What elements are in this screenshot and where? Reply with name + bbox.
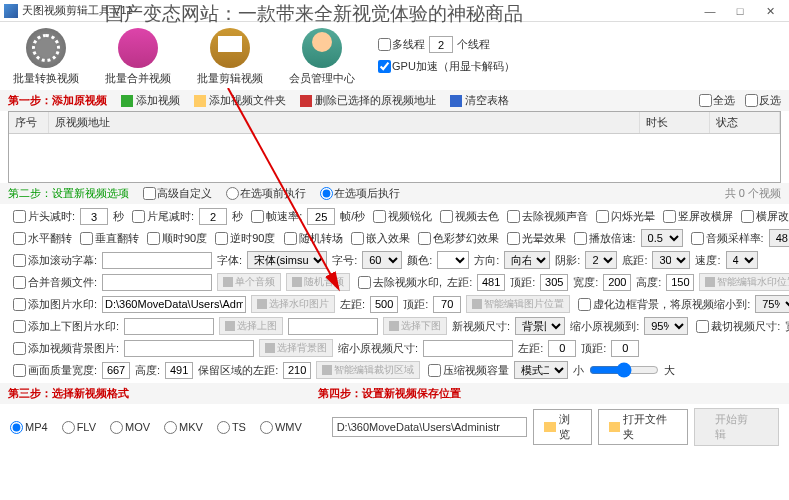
head-trim-input[interactable] xyxy=(80,208,108,225)
wm-top-input[interactable] xyxy=(540,274,568,291)
smart-wm-button[interactable]: 智能编辑水印位置 xyxy=(699,273,789,291)
browse-button[interactable]: 浏览 xyxy=(533,409,591,445)
q-width-input[interactable] xyxy=(102,362,130,379)
fmt-mov[interactable]: MOV xyxy=(110,421,150,434)
wm2-left-input[interactable] xyxy=(370,296,398,313)
compress-checkbox[interactable]: 压缩视频容量 xyxy=(425,363,509,378)
merge-audio-checkbox[interactable]: 合并音频文件: xyxy=(10,275,97,290)
hflip-checkbox[interactable]: 水平翻转 xyxy=(10,231,72,246)
fps-checkbox[interactable]: 帧速率: xyxy=(248,209,302,224)
select-top-button[interactable]: 选择上图 xyxy=(219,317,283,335)
remove-wm-checkbox[interactable]: 去除视频水印, xyxy=(355,275,442,290)
ratio-slider[interactable] xyxy=(589,366,659,374)
wm-width-input[interactable] xyxy=(603,274,631,291)
scroll-sub-checkbox[interactable]: 添加滚动字幕: xyxy=(10,253,97,268)
tail-trim-input[interactable] xyxy=(199,208,227,225)
start-button[interactable]: 开始剪辑 xyxy=(694,408,779,446)
random-audio-button[interactable]: 随机音频 xyxy=(286,273,350,291)
head-trim-checkbox[interactable]: 片头减时: xyxy=(10,209,75,224)
add-wm-checkbox[interactable]: 添加图片水印: xyxy=(10,297,97,312)
rotn90-checkbox[interactable]: 逆时90度 xyxy=(212,231,275,246)
add-img-tb-checkbox[interactable]: 添加上下图片水印: xyxy=(10,319,119,334)
wm2-top-input[interactable] xyxy=(433,296,461,313)
add-video-link[interactable]: 添加视频 xyxy=(121,93,180,108)
vflip-checkbox[interactable]: 垂直翻转 xyxy=(77,231,139,246)
smart-edit-wm-button[interactable]: 智能编辑图片位置 xyxy=(466,295,570,313)
keep-margin-input[interactable] xyxy=(283,362,311,379)
q-height-input[interactable] xyxy=(165,362,193,379)
select-bg-button[interactable]: 选择背景图 xyxy=(259,339,333,357)
bottom-select[interactable]: 30 xyxy=(652,251,690,269)
fps-input[interactable] xyxy=(307,208,335,225)
advanced-checkbox[interactable]: 高级自定义 xyxy=(143,186,212,201)
bg-path-input[interactable] xyxy=(124,340,254,357)
decolor-checkbox[interactable]: 视频去色 xyxy=(437,209,499,224)
flash-checkbox[interactable]: 闪烁光晕 xyxy=(593,209,655,224)
sample-checkbox[interactable]: 音频采样率: xyxy=(688,231,764,246)
fontsize-select[interactable]: 60 xyxy=(362,251,402,269)
wm-height-input[interactable] xyxy=(666,274,694,291)
edit-video-button[interactable]: 批量剪辑视频 xyxy=(194,28,266,86)
minimize-button[interactable]: — xyxy=(695,1,725,21)
fmt-wmv[interactable]: WMV xyxy=(260,421,302,434)
thread-count-input[interactable] xyxy=(429,36,453,53)
member-center-button[interactable]: 会员管理中心 xyxy=(286,28,358,86)
multithread-checkbox[interactable]: 多线程 xyxy=(378,37,425,52)
speed-checkbox[interactable]: 播放倍速: xyxy=(571,231,636,246)
fmt-mp4[interactable]: MP4 xyxy=(10,421,48,434)
exec-after-radio[interactable]: 在选项后执行 xyxy=(320,186,400,201)
select-all-checkbox[interactable]: 全选 xyxy=(699,93,735,108)
merge-video-button[interactable]: 批量合并视频 xyxy=(102,28,174,86)
open-folder-button[interactable]: 打开文件夹 xyxy=(598,409,688,445)
gpu-checkbox[interactable]: GPU加速（用显卡解码） xyxy=(378,59,515,74)
smart-crop-button[interactable]: 智能编辑裁切区域 xyxy=(316,361,420,379)
single-audio-button[interactable]: 单个音频 xyxy=(217,273,281,291)
subtitle-input[interactable] xyxy=(102,252,212,269)
speed-select[interactable]: 0.5 xyxy=(641,229,683,247)
halo-checkbox[interactable]: 光晕效果 xyxy=(504,231,566,246)
clear-table-link[interactable]: 清空表格 xyxy=(450,93,509,108)
select-bot-button[interactable]: 选择下图 xyxy=(383,317,447,335)
select-wm-button[interactable]: 选择水印图片 xyxy=(251,295,335,313)
color-select[interactable] xyxy=(437,251,469,269)
output-path[interactable]: D:\360MoveData\Users\Administr xyxy=(332,417,528,437)
bg-top-input[interactable] xyxy=(611,340,639,357)
shadow-select[interactable]: 2 xyxy=(585,251,617,269)
delete-selected-link[interactable]: 删除已选择的原视频地址 xyxy=(300,93,436,108)
vmirror-checkbox[interactable]: 竖屏改横屏 xyxy=(660,209,733,224)
crop-checkbox[interactable]: 裁切视频尺寸: xyxy=(693,319,780,334)
shrink-select[interactable]: 95% xyxy=(644,317,688,335)
bot-img-input[interactable] xyxy=(288,318,378,335)
add-folder-link[interactable]: 添加视频文件夹 xyxy=(194,93,286,108)
convert-video-button[interactable]: 批量转换视频 xyxy=(10,28,82,86)
font-select[interactable]: 宋体(simsun xyxy=(247,251,327,269)
wm-left-input[interactable] xyxy=(477,274,505,291)
sample-select[interactable]: 48 xyxy=(769,229,789,247)
mute-checkbox[interactable]: 去除视频声音 xyxy=(504,209,588,224)
fade-in-checkbox[interactable]: 嵌入效果 xyxy=(348,231,410,246)
bg-left-input[interactable] xyxy=(548,340,576,357)
newsize-select[interactable]: 背景图 xyxy=(515,317,565,335)
blur-bg-checkbox[interactable]: 虚化边框背景，将原视频缩小到: xyxy=(575,297,750,312)
add-bg-checkbox[interactable]: 添加视频背景图片: xyxy=(10,341,119,356)
compress-mode-select[interactable]: 模式二 xyxy=(514,361,568,379)
tail-trim-checkbox[interactable]: 片尾减时: xyxy=(129,209,194,224)
rand-trans-checkbox[interactable]: 随机转场 xyxy=(281,231,343,246)
blur-pct-select[interactable]: 75% xyxy=(755,295,789,313)
quality-checkbox[interactable]: 画面质量宽度: xyxy=(10,363,97,378)
direction-select[interactable]: 向右 xyxy=(504,251,550,269)
maximize-button[interactable]: □ xyxy=(725,1,755,21)
sharpen-checkbox[interactable]: 视频锐化 xyxy=(370,209,432,224)
fmt-mkv[interactable]: MKV xyxy=(164,421,203,434)
rot90-checkbox[interactable]: 顺时90度 xyxy=(144,231,207,246)
fmt-ts[interactable]: TS xyxy=(217,421,246,434)
close-button[interactable]: ✕ xyxy=(755,1,785,21)
invert-checkbox[interactable]: 反选 xyxy=(745,93,781,108)
exec-before-radio[interactable]: 在选项前执行 xyxy=(226,186,306,201)
fmt-flv[interactable]: FLV xyxy=(62,421,96,434)
sub-speed-select[interactable]: 4 xyxy=(726,251,758,269)
hmirror-checkbox[interactable]: 横屏改竖屏 xyxy=(738,209,789,224)
wm-path-input[interactable] xyxy=(102,296,246,313)
resize-input[interactable] xyxy=(423,340,513,357)
color-fx-checkbox[interactable]: 色彩梦幻效果 xyxy=(415,231,499,246)
